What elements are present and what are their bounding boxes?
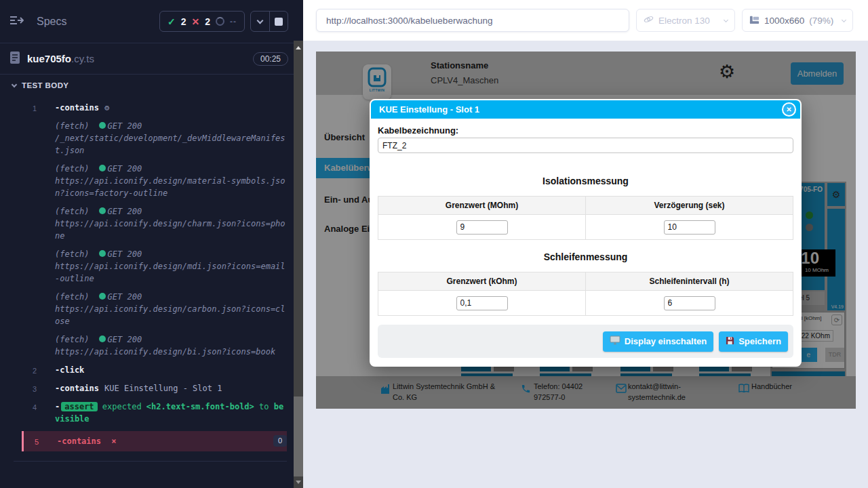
browser-select[interactable]: Electron 130 <box>636 9 735 32</box>
spec-file-ext: .cy.ts <box>71 53 94 64</box>
url-input[interactable] <box>316 9 629 32</box>
failed-count: 2 <box>205 16 210 27</box>
isolation-limit-header: Grenzwert (MOhm) <box>378 197 586 215</box>
command-number: 5 <box>35 436 39 448</box>
isolation-table: Grenzwert (MOhm) Verzögerung (sek) <box>378 196 793 240</box>
command-number: 4 <box>33 401 37 413</box>
browser-name: Electron 130 <box>658 16 710 26</box>
status-dot-icon <box>99 293 106 300</box>
assert-text: be <box>274 402 283 411</box>
save-button[interactable]: Speichern <box>719 331 788 352</box>
kue-settings-modal: KUE Einstellung - Slot 1 ✕ Kabelbezeichn… <box>370 99 802 367</box>
match-count-badge: 0 <box>273 435 287 447</box>
modal-header: KUE Einstellung - Slot 1 ✕ <box>371 100 800 119</box>
command-contains-1[interactable]: 1-contains⚙ <box>22 102 287 114</box>
pending-count: -- <box>230 17 237 26</box>
assert-text: expected <box>102 402 142 411</box>
fetch-label: (fetch) <box>55 164 90 174</box>
spec-file-name[interactable]: kue705fo.cy.ts <box>27 53 94 64</box>
command-click[interactable]: 2-click <box>22 364 287 376</box>
isolation-limit-input[interactable] <box>456 220 508 235</box>
status-dot-icon <box>99 122 106 129</box>
command-contains-3[interactable]: 3-containsKUE Einstellung - Slot 1 <box>22 382 287 394</box>
stop-icon <box>275 18 283 26</box>
fetch-status: GET 200 <box>108 207 142 216</box>
loop-interval-input[interactable] <box>664 296 715 310</box>
display-on-button[interactable]: Display einschalten <box>603 331 713 352</box>
viewport-zoom: (79%) <box>809 16 833 26</box>
assert-badge: assert <box>61 402 97 411</box>
fetch-log[interactable]: (fetch)GET 200 https://api.iconify.desig… <box>22 163 287 199</box>
loop-table: Grenzwert (kOhm) Schleifenintervall (h) <box>378 272 793 316</box>
fetch-log[interactable]: (fetch)GET 200 https://api.iconify.desig… <box>22 205 287 242</box>
collapse-button[interactable] <box>251 12 269 31</box>
isolation-section-title: Isolationsmessung <box>378 176 793 186</box>
fetch-status: GET 200 <box>108 292 142 302</box>
fetch-label: (fetch) <box>55 121 90 131</box>
modal-footer: Display einschalten Speichern <box>378 325 793 358</box>
assert-target: <h2.text-sm.font-bold> <box>146 402 254 411</box>
scrollbar-track[interactable] <box>294 41 303 488</box>
spec-file-row[interactable]: kue705fo.cy.ts 00:25 <box>0 43 294 75</box>
viewport-select[interactable]: 1000x660 (79%) <box>742 9 853 32</box>
ruler-icon <box>749 14 760 26</box>
command-assert[interactable]: 4-assert expected <h2.text-sm.font-bold>… <box>22 401 287 425</box>
aut-toolbar: Electron 130 1000x660 (79%) <box>303 0 868 41</box>
loop-limit-header: Grenzwert (kOhm) <box>378 272 586 291</box>
passed-count: 2 <box>181 16 186 27</box>
scroll-down-arrow-icon[interactable] <box>296 481 301 484</box>
isolation-delay-input[interactable] <box>664 220 715 235</box>
fetch-status: GET 200 <box>108 335 142 344</box>
cable-name-input[interactable] <box>378 138 793 153</box>
command-number: 2 <box>33 365 37 377</box>
test-stats: ✓ 2 ✕ 2 -- <box>159 11 245 32</box>
failed-icon: ✕ <box>191 16 199 27</box>
passed-icon: ✓ <box>167 16 176 27</box>
command-contains-failed[interactable]: 5-contains × 0 <box>22 431 287 451</box>
gear-icon: ⚙ <box>104 103 109 113</box>
cypress-reporter: Specs ✓ 2 ✕ 2 -- kue705fo.cy.ts 00:25 TE… <box>0 0 294 488</box>
fetch-log[interactable]: (fetch)GET 200 https://api.iconify.desig… <box>22 248 287 285</box>
chevron-down-icon <box>257 17 264 24</box>
status-dot-icon <box>99 165 106 171</box>
specs-menu-icon[interactable] <box>9 15 24 28</box>
modal-body: Kabelbezeichnung: Isolationsmessung Gren… <box>370 119 802 316</box>
fetch-log[interactable]: (fetch)GET 200 https://api.iconify.desig… <box>22 291 287 327</box>
floppy-disk-icon <box>726 336 734 347</box>
stop-button[interactable] <box>269 12 288 31</box>
spec-file-icon <box>9 51 20 67</box>
fetch-url: https://api.iconify.design/material-symb… <box>55 175 287 199</box>
modal-title: KUE Einstellung - Slot 1 <box>379 104 479 115</box>
fetch-status: GET 200 <box>108 249 142 259</box>
stage: Electron 130 1000x660 (79%) Stationsname… <box>303 0 868 488</box>
status-dot-icon <box>99 207 106 214</box>
loop-limit-input[interactable] <box>456 296 508 310</box>
fetch-url: https://api.iconify.design/mdi.json?icon… <box>55 260 287 285</box>
fetch-log[interactable]: (fetch)GET 200 https://api.iconify.desig… <box>22 333 287 358</box>
test-body-toggle[interactable]: TEST BODY <box>0 75 294 94</box>
command-number: 3 <box>33 383 37 395</box>
electron-icon <box>644 14 654 26</box>
reporter-header: Specs ✓ 2 ✕ 2 -- <box>0 0 294 43</box>
command-log: 1-contains⚙ (fetch)GET 200 /_next/static… <box>22 102 287 462</box>
pending-spinner-icon <box>216 17 224 26</box>
fetch-label: (fetch) <box>55 292 90 302</box>
assert-expected: visible <box>55 414 90 424</box>
scroll-up-arrow-icon[interactable] <box>296 46 301 49</box>
command-method: -contains <box>55 384 99 393</box>
command-method: -contains <box>55 103 99 113</box>
test-body-label: TEST BODY <box>22 81 68 89</box>
status-dot-icon <box>99 250 106 257</box>
chevron-down-icon <box>12 82 17 87</box>
command-method: -contains <box>57 436 101 446</box>
assert-text: to <box>259 402 269 411</box>
isolation-delay-header: Verzögerung (sek) <box>586 197 793 215</box>
fetch-log[interactable]: (fetch)GET 200 /_next/static/development… <box>22 120 287 157</box>
status-dot-icon <box>99 336 106 342</box>
close-icon[interactable]: ✕ <box>782 102 796 117</box>
command-method: -click <box>55 365 84 375</box>
cable-name-label: Kabelbezeichnung: <box>378 125 793 136</box>
reporter-scrollbar <box>294 0 303 488</box>
scrollbar-thumb[interactable] <box>294 396 303 476</box>
save-label: Speichern <box>738 336 781 346</box>
